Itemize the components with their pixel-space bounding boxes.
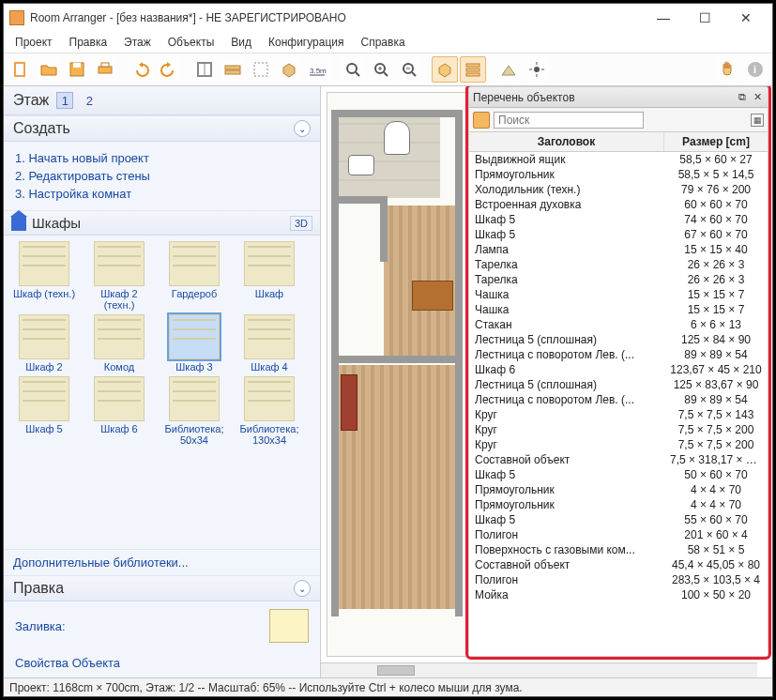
- table-row[interactable]: Лестница с поворотом Лев. (...89 × 89 × …: [469, 392, 768, 407]
- table-row[interactable]: Чашка15 × 15 × 7: [469, 287, 768, 302]
- save-button[interactable]: [64, 56, 90, 83]
- table-row[interactable]: Чашка15 × 15 × 7: [469, 302, 768, 317]
- close-panel-icon[interactable]: ✕: [751, 91, 764, 104]
- fill-swatch[interactable]: [269, 609, 309, 643]
- box-button[interactable]: [276, 56, 302, 83]
- table-row[interactable]: Шкаф 555 × 60 × 70: [469, 512, 768, 527]
- edit-section-header[interactable]: Правка ⌄: [4, 575, 320, 601]
- close-button[interactable]: ✕: [725, 5, 767, 31]
- library-item[interactable]: Шкаф 2: [9, 314, 79, 373]
- menu-objects[interactable]: Объекты: [160, 34, 222, 51]
- table-row[interactable]: Круг7,5 × 7,5 × 200: [469, 422, 768, 437]
- library-item[interactable]: Гардероб: [160, 241, 229, 311]
- table-row[interactable]: Шкаф 567 × 60 × 70: [469, 227, 768, 242]
- table-row[interactable]: Полигон201 × 60 × 4: [469, 527, 768, 542]
- table-row[interactable]: Шкаф 574 × 60 × 70: [469, 212, 768, 227]
- table-row[interactable]: Лестница с поворотом Лев. (...89 × 89 × …: [469, 347, 768, 362]
- table-row[interactable]: Поверхность с газовыми ком...58 × 51 × 5: [469, 542, 768, 557]
- table-row[interactable]: Лестница 5 (сплошная)125 × 84 × 90: [469, 332, 768, 347]
- walls-button[interactable]: [191, 56, 218, 83]
- library-item[interactable]: Шкаф 4: [235, 314, 304, 373]
- undo-button[interactable]: [128, 56, 154, 83]
- menu-config[interactable]: Конфигурация: [261, 34, 352, 51]
- collapse-icon[interactable]: ⌄: [294, 580, 311, 597]
- menu-floor[interactable]: Этаж: [116, 34, 159, 51]
- zoom-in-button[interactable]: [368, 56, 394, 83]
- library-item[interactable]: Шкаф (техн.): [9, 241, 79, 311]
- info-button[interactable]: i: [742, 56, 768, 83]
- table-row[interactable]: Шкаф 6123,67 × 45 × 210: [469, 362, 768, 377]
- table-row[interactable]: Тарелка26 × 26 × 3: [469, 272, 768, 287]
- library-item[interactable]: Шкаф: [235, 241, 304, 311]
- more-libraries-link[interactable]: Дополнительные библиотеки...: [4, 549, 320, 575]
- menu-help[interactable]: Справка: [354, 34, 413, 51]
- hand-button[interactable]: [714, 56, 740, 83]
- table-row[interactable]: Круг7,5 × 7,5 × 200: [469, 437, 768, 452]
- table-row[interactable]: Полигон283,5 × 103,5 × 4: [469, 572, 768, 587]
- filter-icon[interactable]: [473, 112, 490, 129]
- menu-project[interactable]: Проект: [8, 34, 60, 51]
- table-row[interactable]: Шкаф 550 × 60 × 70: [469, 467, 768, 482]
- column-title[interactable]: Заголовок: [469, 132, 664, 151]
- menu-edit[interactable]: Правка: [62, 34, 115, 51]
- create-room-setup[interactable]: 3. Настройка комнат: [15, 185, 309, 203]
- library-item[interactable]: Шкаф 3: [160, 314, 229, 373]
- table-row[interactable]: Лампа15 × 15 × 40: [469, 242, 768, 257]
- measure-button[interactable]: 3.5m: [304, 56, 330, 83]
- select-button[interactable]: [248, 56, 274, 83]
- object-properties-link[interactable]: Свойства Объекта: [15, 650, 309, 670]
- objects-table[interactable]: Заголовок Размер [cm] Выдвижной ящик58,5…: [469, 132, 768, 656]
- category-header[interactable]: Шкафы 3D: [4, 210, 320, 236]
- library-item[interactable]: Шкаф 6: [84, 376, 154, 446]
- library-item[interactable]: Шкаф 2 (техн.): [84, 241, 154, 311]
- floor-2-button[interactable]: 2: [81, 92, 98, 109]
- tag-3d[interactable]: 3D: [290, 216, 312, 231]
- column-size[interactable]: Размер [cm]: [664, 132, 768, 151]
- create-section-header[interactable]: Создать ⌄: [4, 115, 320, 142]
- cell-title: Полигон: [469, 572, 664, 587]
- library-label: Библиотека; 50x34: [160, 423, 229, 446]
- table-row[interactable]: Круг7,5 × 7,5 × 143: [469, 407, 768, 422]
- table-row[interactable]: Встроенная духовка60 × 60 × 70: [469, 197, 768, 212]
- menu-view[interactable]: Вид: [223, 34, 259, 51]
- print-button[interactable]: [92, 56, 118, 83]
- library-item[interactable]: Библиотека; 50x34: [160, 376, 229, 446]
- open-button[interactable]: [36, 56, 62, 83]
- collapse-icon[interactable]: ⌄: [294, 120, 311, 137]
- bricks-button[interactable]: [220, 56, 246, 83]
- objects-search-input[interactable]: [494, 112, 644, 129]
- create-edit-walls[interactable]: 2. Редактировать стены: [15, 167, 309, 185]
- library-item[interactable]: Комод: [84, 314, 154, 373]
- table-row[interactable]: Прямоугольник4 × 4 × 70: [469, 497, 768, 512]
- table-row[interactable]: Мойка100 × 50 × 20: [469, 587, 768, 602]
- create-new-project[interactable]: 1. Начать новый проект: [15, 149, 309, 167]
- pin-icon[interactable]: ⧉: [736, 91, 749, 104]
- floor-1-button[interactable]: 1: [56, 92, 73, 109]
- light-button[interactable]: [524, 56, 550, 83]
- table-row[interactable]: Прямоугольник4 × 4 × 70: [469, 482, 768, 497]
- canvas-horizontal-scrollbar[interactable]: [321, 662, 757, 677]
- table-row[interactable]: Лестница 5 (сплошная)125 × 83,67 × 90: [469, 377, 768, 392]
- render-button[interactable]: [495, 56, 522, 83]
- table-row[interactable]: Стакан6 × 6 × 13: [469, 317, 768, 332]
- minimize-button[interactable]: —: [643, 5, 684, 31]
- table-row[interactable]: Прямоугольник58,5 × 5 × 14,5: [469, 167, 768, 182]
- cell-size: 26 × 26 × 3: [664, 272, 768, 287]
- new-button[interactable]: [8, 56, 34, 83]
- table-row[interactable]: Составной объект7,5 × 318,17 × 94,5: [469, 452, 768, 467]
- redo-button[interactable]: [156, 56, 182, 83]
- view-list-button[interactable]: [460, 56, 486, 83]
- table-row[interactable]: Холодильник (техн.)79 × 76 × 200: [469, 182, 768, 197]
- search-options-icon[interactable]: ▦: [751, 114, 764, 127]
- scrollbar-thumb[interactable]: [377, 665, 415, 676]
- library-item[interactable]: Шкаф 5: [9, 376, 79, 446]
- zoom-out-button[interactable]: [396, 56, 422, 83]
- library-item[interactable]: Библиотека; 130x34: [235, 376, 304, 446]
- table-row[interactable]: Выдвижной ящик58,5 × 60 × 27: [469, 152, 768, 167]
- objects-panel-header[interactable]: Перечень объектов ⧉ ✕: [469, 87, 768, 108]
- table-row[interactable]: Тарелка26 × 26 × 3: [469, 257, 768, 272]
- zoom-fit-button[interactable]: [340, 56, 366, 83]
- table-row[interactable]: Составной объект45,4 × 45,05 × 80: [469, 557, 768, 572]
- maximize-button[interactable]: ☐: [684, 5, 725, 31]
- view-3d-button[interactable]: [432, 56, 458, 83]
